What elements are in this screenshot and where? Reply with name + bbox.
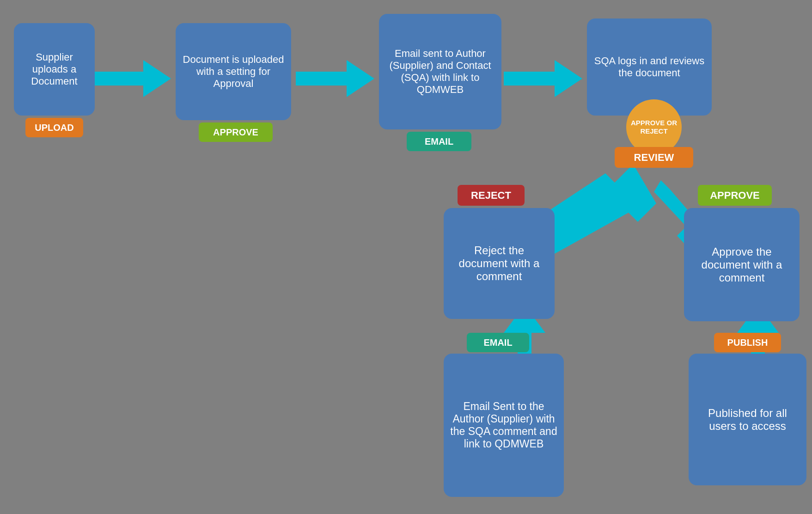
approve-badge-2: APPROVE bbox=[698, 185, 772, 206]
approve-box: Approve the document with a comment bbox=[684, 208, 800, 321]
upload-box: Document is uploaded with a setting for … bbox=[176, 23, 291, 120]
supplier-box: Supplier uploads a Document bbox=[14, 23, 95, 116]
flow-container: Supplier uploads a Document UPLOAD Docum… bbox=[0, 0, 812, 514]
email-badge-1: EMAIL bbox=[407, 132, 471, 151]
svg-marker-1 bbox=[296, 60, 374, 97]
review-badge: REVIEW bbox=[615, 147, 693, 168]
approve-or-reject-circle: APPROVE OR REJECT bbox=[626, 99, 682, 155]
email1-box: Email sent to Author (Supplier) and Cont… bbox=[379, 14, 501, 129]
svg-marker-2 bbox=[504, 60, 582, 97]
approve-badge-1: APPROVE bbox=[199, 122, 273, 142]
svg-marker-0 bbox=[90, 60, 171, 97]
publish-box: Published for all users to access bbox=[689, 354, 806, 485]
email2-box: Email Sent to the Author (Supplier) with… bbox=[444, 354, 564, 497]
reject-badge: REJECT bbox=[458, 185, 525, 206]
publish-badge: PUBLISH bbox=[714, 333, 781, 352]
reject-box: Reject the document with a comment bbox=[444, 208, 555, 319]
upload-badge: UPLOAD bbox=[25, 118, 83, 137]
email-badge-2: EMAIL bbox=[467, 333, 529, 352]
